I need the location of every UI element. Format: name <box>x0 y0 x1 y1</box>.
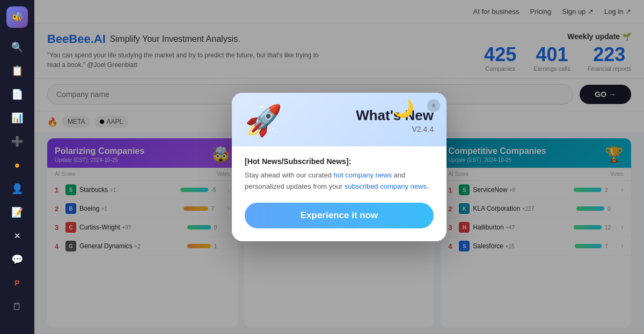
modal-body: [Hot News/Subscribed News]: Stay ahead w… <box>232 146 447 242</box>
sidebar-item-list[interactable]: 📋 <box>6 60 28 81</box>
sidebar-item-clipboard[interactable]: 🗒 <box>6 296 28 317</box>
feature-link-hot-news[interactable]: hot company news <box>334 171 392 179</box>
sidebar: 🐝 🔍 📋 📄 📊 ➕ ● 👤 📝 ✕ 💬 P 🗒 <box>0 0 34 334</box>
sidebar-item-search[interactable]: 🔍 <box>6 36 28 58</box>
rocket-icon: 🚀 <box>245 106 282 136</box>
notes-icon: 📝 <box>11 206 23 218</box>
producthunt-icon: P <box>14 279 19 287</box>
sidebar-item-discord[interactable]: 💬 <box>6 249 28 270</box>
moon-icon: 🌙 <box>393 98 414 118</box>
add-icon: ➕ <box>11 136 23 147</box>
sidebar-item-document[interactable]: 📄 <box>6 84 28 105</box>
main-content: AI for business Pricing Sign up ↗ Log in… <box>34 0 644 334</box>
feature-text-3: . <box>427 182 429 190</box>
modal-header: 🚀 What's New V2.4.4 × 🌙 <box>232 93 447 146</box>
circle-icon: ● <box>14 160 20 171</box>
list-icon: 📋 <box>11 65 23 77</box>
modal-feature-text: Stay ahead with our curated hot company … <box>245 170 434 192</box>
sidebar-item-x[interactable]: ✕ <box>6 225 28 247</box>
experience-now-button[interactable]: Experience it now <box>245 203 434 228</box>
sidebar-item-circle[interactable]: ● <box>6 154 28 176</box>
sidebar-item-user[interactable]: 👤 <box>6 178 28 199</box>
logo-icon: 🐝 <box>11 11 23 23</box>
sidebar-item-notes[interactable]: 📝 <box>6 202 28 223</box>
modal-close-button[interactable]: × <box>427 99 440 112</box>
modal-version: V2.4.4 <box>356 125 434 133</box>
sidebar-item-chart[interactable]: 📊 <box>6 107 28 129</box>
feature-link-subscribed-news[interactable]: subscribed company news <box>345 182 427 190</box>
user-icon: 👤 <box>11 183 23 195</box>
modal-overlay[interactable]: 🚀 What's New V2.4.4 × 🌙 [Hot News/Subscr… <box>34 0 644 334</box>
search-icon: 🔍 <box>11 41 23 53</box>
sidebar-item-producthunt[interactable]: P <box>6 272 28 294</box>
clipboard-icon: 🗒 <box>12 301 22 313</box>
modal-feature-title: [Hot News/Subscribed News]: <box>245 157 434 166</box>
chart-icon: 📊 <box>11 112 23 124</box>
document-icon: 📄 <box>11 88 23 100</box>
sidebar-logo[interactable]: 🐝 <box>6 6 28 28</box>
x-icon: ✕ <box>14 232 20 240</box>
feature-text-1: Stay ahead with our curated <box>245 171 334 179</box>
sidebar-item-add[interactable]: ➕ <box>6 131 28 152</box>
discord-icon: 💬 <box>11 254 23 265</box>
modal: 🚀 What's New V2.4.4 × 🌙 [Hot News/Subscr… <box>232 93 447 242</box>
